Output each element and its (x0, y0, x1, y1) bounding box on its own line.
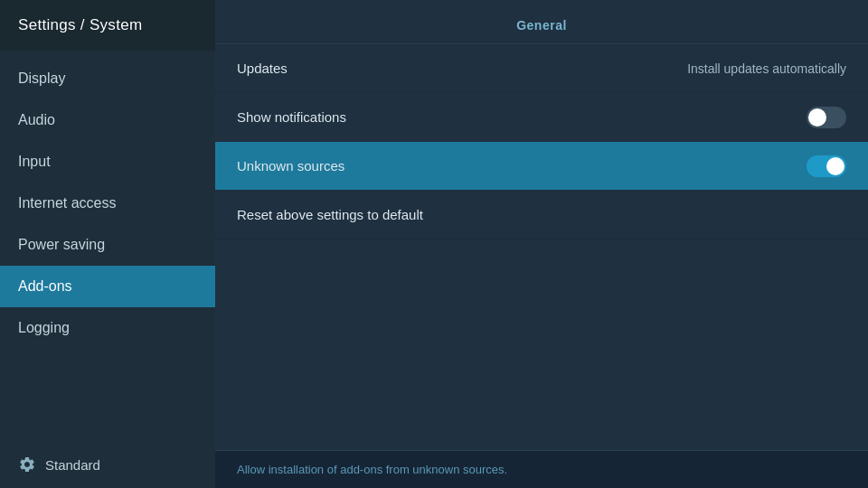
page-title: Settings / System (0, 0, 215, 51)
sidebar: Settings / System Display Audio Input In… (0, 0, 215, 488)
sidebar-item-logging[interactable]: Logging (0, 307, 215, 349)
settings-list: Updates Install updates automatically Sh… (215, 44, 868, 450)
setting-row-show-notifications[interactable]: Show notifications (215, 93, 868, 142)
toggle-knob-unknown-sources (826, 157, 844, 175)
setting-label-updates: Updates (237, 61, 288, 76)
toggle-unknown-sources[interactable] (807, 155, 846, 177)
sidebar-item-add-ons[interactable]: Add-ons (0, 266, 215, 307)
section-header: General (215, 0, 868, 44)
setting-label-unknown-sources: Unknown sources (237, 158, 344, 174)
sidebar-item-label-input: Input (18, 154, 51, 170)
status-bar: Allow installation of add-ons from unkno… (215, 450, 868, 488)
sidebar-item-label-power-saving: Power saving (18, 237, 105, 253)
setting-row-reset-settings[interactable]: Reset above settings to default (215, 191, 868, 239)
profile-level-label: Standard (45, 457, 100, 473)
gear-icon (18, 455, 36, 474)
sidebar-item-power-saving[interactable]: Power saving (0, 224, 215, 266)
setting-label-reset-settings: Reset above settings to default (237, 207, 423, 222)
sidebar-item-input[interactable]: Input (0, 141, 215, 183)
sidebar-item-audio[interactable]: Audio (0, 99, 215, 141)
setting-value-updates: Install updates automatically (687, 61, 846, 76)
setting-label-show-notifications: Show notifications (237, 109, 346, 125)
sidebar-bottom: Standard (0, 441, 215, 488)
sidebar-item-label-display: Display (18, 70, 65, 87)
setting-row-unknown-sources[interactable]: Unknown sources (215, 142, 868, 191)
sidebar-nav: Display Audio Input Internet access Powe… (0, 51, 215, 441)
sidebar-item-label-logging: Logging (18, 320, 70, 336)
toggle-knob-show-notifications (808, 108, 826, 127)
toggle-show-notifications[interactable] (807, 107, 846, 128)
sidebar-item-display[interactable]: Display (0, 58, 215, 99)
setting-row-updates[interactable]: Updates Install updates automatically (215, 44, 868, 93)
status-text: Allow installation of add-ons from unkno… (237, 463, 507, 476)
main-content: General Updates Install updates automati… (215, 0, 868, 488)
sidebar-item-label-add-ons: Add-ons (18, 278, 72, 295)
sidebar-item-label-audio: Audio (18, 112, 55, 128)
sidebar-item-internet-access[interactable]: Internet access (0, 183, 215, 224)
sidebar-item-label-internet-access: Internet access (18, 195, 117, 211)
